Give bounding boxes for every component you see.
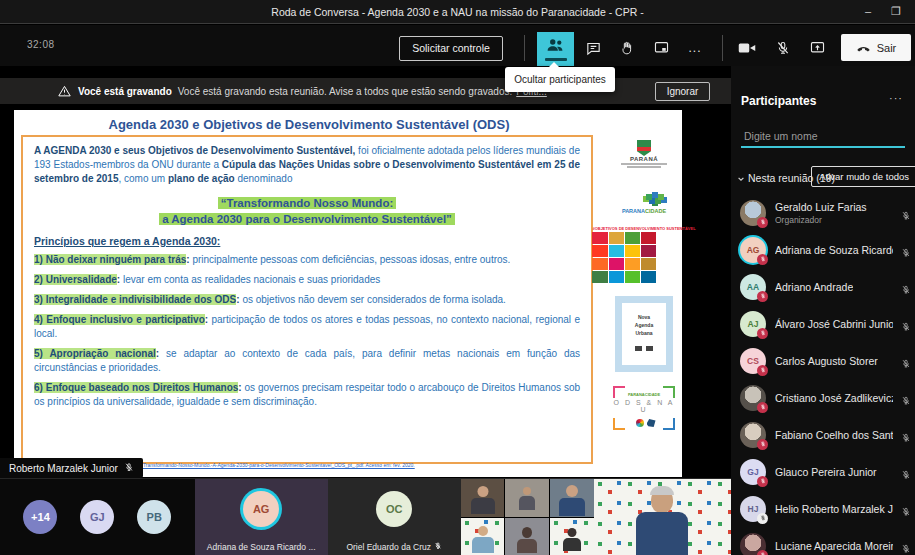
share-screen-button[interactable] xyxy=(803,35,831,61)
more-options-button[interactable]: ... xyxy=(681,35,709,61)
mic-off-icon[interactable] xyxy=(901,429,911,447)
avatar xyxy=(740,422,766,448)
participant-row[interactable]: AJÁlvaro José Cabrini Junior xyxy=(731,305,915,342)
participant-name: Adriano Andrade xyxy=(775,281,853,293)
ignore-button[interactable]: Ignorar xyxy=(655,82,710,101)
participant-row[interactable]: Fabiano Coelho dos Santos xyxy=(731,416,915,453)
speaker-hair xyxy=(650,486,674,495)
mic-status-badge xyxy=(757,439,768,450)
camera-icon xyxy=(738,41,756,55)
overflow-avatar-bubble[interactable]: +14 xyxy=(23,500,57,534)
avatar: GJ xyxy=(740,459,766,485)
breakout-rooms-button[interactable] xyxy=(647,35,675,61)
avatar xyxy=(740,385,766,411)
participants-toggle-button[interactable] xyxy=(537,32,574,66)
video-tile-mosaic[interactable] xyxy=(461,479,594,555)
webcam-thumbnail xyxy=(461,479,505,517)
participant-row[interactable]: AGAdriana de Souza Ricardo Ga... xyxy=(731,231,915,268)
mic-status-badge xyxy=(757,402,768,413)
search-participant-input[interactable] xyxy=(741,126,905,148)
camera-button[interactable] xyxy=(733,35,761,61)
webcam-thumbnail xyxy=(505,479,549,517)
chevron-down-icon[interactable] xyxy=(737,169,745,187)
mic-status-badge xyxy=(757,365,768,376)
hangup-icon xyxy=(856,42,871,54)
video-tile-speaker[interactable] xyxy=(594,479,731,555)
avatar: CS xyxy=(740,348,766,374)
mic-off-icon[interactable] xyxy=(901,466,911,484)
slide-quote: “Transformando Nosso Mundo: a Agenda 203… xyxy=(34,195,580,228)
participant-name: Adriana de Souza Ricardo Ga... xyxy=(775,244,893,256)
overflow-bubbles: +14GJPB xyxy=(0,479,195,555)
banner-bold-label: Você está gravando xyxy=(78,86,172,97)
slide-principle-item: 5) Apropriação nacional: se adaptar ao c… xyxy=(34,347,580,375)
mic-off-icon[interactable] xyxy=(901,392,911,410)
chat-button[interactable] xyxy=(579,35,607,61)
webcam-thumbnail xyxy=(550,479,594,517)
participant-name: Carlos Augusto Storer xyxy=(775,355,878,367)
warning-icon xyxy=(58,85,71,97)
overflow-avatar-bubble[interactable]: GJ xyxy=(80,500,114,534)
webcam-thumbnail xyxy=(461,518,505,555)
participant-name: Helio Roberto Marzalek Junior xyxy=(775,503,893,515)
mic-status-badge xyxy=(757,291,768,302)
raise-hand-button[interactable] xyxy=(613,35,641,61)
toolbar-divider xyxy=(722,35,723,61)
slide-footnote-link[interactable]: https://www. .../Transformando-Nosso-Mun… xyxy=(109,462,415,468)
people-icon xyxy=(546,38,565,57)
odsnau-logo: PARANACIDADE O D S & N A U xyxy=(613,386,675,430)
participant-name: Glauco Pereira Junior xyxy=(775,466,877,478)
participant-row[interactable]: Geraldo Luiz FariasOrganizador xyxy=(731,194,915,231)
mic-off-icon[interactable] xyxy=(901,281,911,299)
maximize-button[interactable]: ❐ xyxy=(883,0,909,24)
ods-wheel-icon xyxy=(636,419,644,427)
avatar-tiles: AG Adriana de Souza Ricardo ... OC Oriel… xyxy=(195,479,461,555)
mic-off-icon[interactable] xyxy=(901,207,911,225)
avatar: AG xyxy=(243,491,279,527)
mic-status-badge xyxy=(757,476,768,487)
slide-paragraph: A AGENDA 2030 e seus Objetivos de Desenv… xyxy=(34,144,580,187)
overflow-avatar-bubble[interactable]: PB xyxy=(137,500,171,534)
participant-row[interactable]: HJHelio Roberto Marzalek Junior xyxy=(731,490,915,527)
ods-sdg-logo: #OBJETIVOS DE DESENVOLVIMENTO SUSTENTÁVE… xyxy=(592,226,695,283)
mic-off-icon xyxy=(775,40,791,57)
mic-status-badge xyxy=(757,328,768,339)
participant-row[interactable]: CSCarlos Augusto Storer xyxy=(731,342,915,379)
request-control-button[interactable]: Solicitar controle xyxy=(399,36,503,61)
slide-principle-item: 4) Enfoque inclusivo e participativo: pa… xyxy=(34,313,580,341)
toolbar-divider xyxy=(524,35,525,61)
meeting-toolbar: 32:08 Solicitar controle ... xyxy=(0,25,915,66)
participant-name: Cristiano José Zadlikevicz xyxy=(775,392,893,404)
mic-status-badge xyxy=(757,513,768,524)
mic-off-icon[interactable] xyxy=(901,318,911,336)
slide-principle-item: 3) Integralidade e indivisibilidade dos … xyxy=(34,293,580,307)
mic-off-icon[interactable] xyxy=(901,355,911,373)
microphone-muted-button[interactable] xyxy=(769,35,797,61)
participant-row[interactable]: GJGlauco Pereira Junior xyxy=(731,453,915,490)
ods-header-text: #OBJETIVOS DE DESENVOLVIMENTO SUSTENTÁVE… xyxy=(592,226,695,231)
panel-more-button[interactable]: ··· xyxy=(889,92,903,104)
participant-row[interactable]: Cristiano José Zadlikevicz xyxy=(731,379,915,416)
webcam-thumbnail xyxy=(505,518,549,555)
avatar: OC xyxy=(376,491,412,527)
shared-presentation-slide: Agenda 2030 e Objetivos de Desenvolvimen… xyxy=(14,110,682,477)
participant-row[interactable]: AAAdriano Andrade xyxy=(731,268,915,305)
minimize-button[interactable]: – xyxy=(855,0,881,24)
participant-list: Geraldo Luiz FariasOrganizadorAGAdriana … xyxy=(731,194,915,555)
parana-shield-icon xyxy=(637,140,651,156)
avatar: HJ xyxy=(740,496,766,522)
mic-off-icon[interactable] xyxy=(901,244,911,262)
participant-video-tile[interactable]: OC Oriel Eduardo da Cruz xyxy=(328,479,461,555)
mute-all-button[interactable]: Ativar mudo de todos xyxy=(811,166,915,187)
mic-off-icon[interactable] xyxy=(901,503,911,521)
participants-filmstrip: +14GJPB AG Adriana de Souza Ricardo ... … xyxy=(0,478,731,555)
participant-video-tile[interactable]: AG Adriana de Souza Ricardo ... xyxy=(195,479,328,555)
nova-agenda-urbana-book: Nova Agenda Urbana xyxy=(615,296,673,372)
mic-status-badge xyxy=(757,217,768,228)
window-title: Roda de Conversa - Agenda 2030 e a NAU n… xyxy=(0,0,915,24)
leave-meeting-button[interactable]: Sair xyxy=(841,34,911,61)
participant-row[interactable]: Luciane Aparecida Moreira d... xyxy=(731,527,915,555)
mic-off-icon[interactable] xyxy=(901,540,911,555)
slide-logo-column: PARANÁ PARANACIDADE #OBJETIVOS DE DESENV… xyxy=(606,140,682,470)
slide-content-box: A AGENDA 2030 e seus Objetivos de Desenv… xyxy=(21,135,593,464)
